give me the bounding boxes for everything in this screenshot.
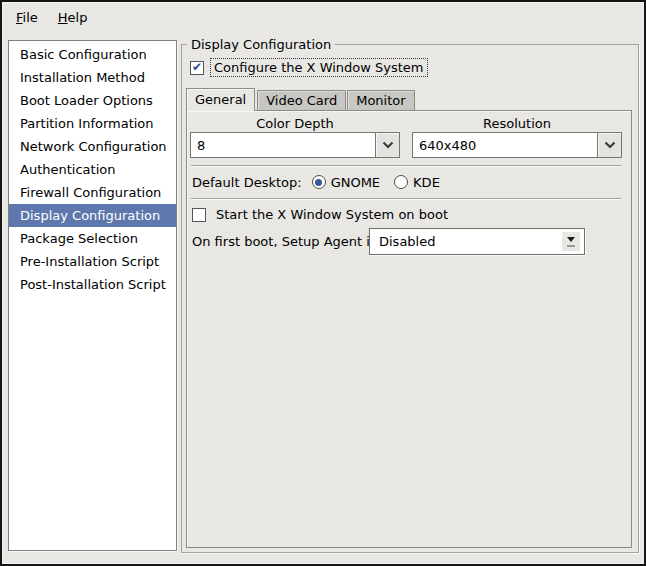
start-x-checkbox[interactable]: ✔ — [192, 208, 206, 222]
chevron-down-icon — [382, 141, 394, 149]
section-list: Basic Configuration Installation Method … — [8, 40, 177, 551]
default-desktop-label: Default Desktop: — [192, 175, 302, 190]
start-x-checkbox-row[interactable]: ✔ Start the X Window System on boot — [192, 205, 452, 224]
display-configuration-frame: Display Configuration ✔ Configure the X … — [181, 44, 639, 553]
separator — [191, 165, 621, 167]
menubar: File Help — [2, 2, 644, 32]
default-desktop-row: Default Desktop: GNOME KDE — [192, 172, 440, 192]
setup-agent-dropdown[interactable]: Disabled — [369, 228, 585, 255]
sidebar-item-display-configuration[interactable]: Display Configuration — [9, 204, 176, 227]
color-depth-input[interactable] — [190, 132, 376, 158]
setup-agent-value: Disabled — [379, 234, 435, 249]
menu-file-rest: ile — [23, 10, 38, 25]
resolution-label: Resolution — [412, 116, 622, 131]
color-depth-dropdown-button[interactable] — [376, 132, 400, 158]
configure-x-checkbox[interactable]: ✔ — [190, 61, 204, 75]
chevron-down-icon — [604, 141, 616, 149]
resolution-input[interactable] — [412, 132, 598, 158]
sidebar-item-pre-installation-script[interactable]: Pre-Installation Script — [9, 250, 176, 273]
menu-help-accel: H — [58, 10, 68, 25]
radio-dot — [315, 179, 322, 186]
sidebar-item-installation-method[interactable]: Installation Method — [9, 66, 176, 89]
frame-title: Display Configuration — [187, 36, 335, 53]
sidebar-item-post-installation-script[interactable]: Post-Installation Script — [9, 273, 176, 296]
setup-agent-row: On first boot, Setup Agent is: Disabled — [192, 228, 626, 255]
sidebar-item-firewall-configuration[interactable]: Firewall Configuration — [9, 181, 176, 204]
sidebar-item-boot-loader-options[interactable]: Boot Loader Options — [9, 89, 176, 112]
general-tab-page: Color Depth Resolution Default Desktop: … — [186, 110, 632, 548]
sidebar-item-partition-information[interactable]: Partition Information — [9, 112, 176, 135]
dropdown-arrow-icon — [562, 232, 580, 251]
menu-help[interactable]: Help — [48, 6, 98, 29]
menu-file[interactable]: File — [6, 6, 48, 29]
sidebar-item-basic-configuration[interactable]: Basic Configuration — [9, 43, 176, 66]
sidebar-item-authentication[interactable]: Authentication — [9, 158, 176, 181]
color-depth-combo — [190, 132, 400, 158]
kickstart-configurator-window: File Help Basic Configuration Installati… — [0, 0, 646, 566]
configure-x-checkbox-label[interactable]: Configure the X Window System — [210, 58, 428, 77]
checkmark-icon: ✔ — [192, 61, 202, 73]
setup-agent-label: On first boot, Setup Agent is: — [192, 234, 381, 249]
radio-kde[interactable] — [394, 175, 408, 189]
sidebar-item-package-selection[interactable]: Package Selection — [9, 227, 176, 250]
resolution-combo — [412, 132, 622, 158]
start-x-checkbox-label[interactable]: Start the X Window System on boot — [212, 205, 452, 224]
radio-gnome-label[interactable]: GNOME — [331, 175, 380, 190]
radio-gnome[interactable] — [312, 175, 326, 189]
color-depth-label: Color Depth — [190, 116, 400, 131]
display-tabs: General Video Card Monitor — [186, 87, 416, 110]
sidebar-item-network-configuration[interactable]: Network Configuration — [9, 135, 176, 158]
menu-help-rest: elp — [68, 10, 88, 25]
separator — [191, 198, 621, 200]
radio-kde-label[interactable]: KDE — [413, 175, 440, 190]
tab-general[interactable]: General — [186, 88, 255, 111]
tab-video-card[interactable]: Video Card — [257, 90, 346, 110]
configure-x-checkbox-row[interactable]: ✔ Configure the X Window System — [190, 58, 428, 77]
tab-monitor[interactable]: Monitor — [347, 90, 414, 110]
resolution-dropdown-button[interactable] — [598, 132, 622, 158]
